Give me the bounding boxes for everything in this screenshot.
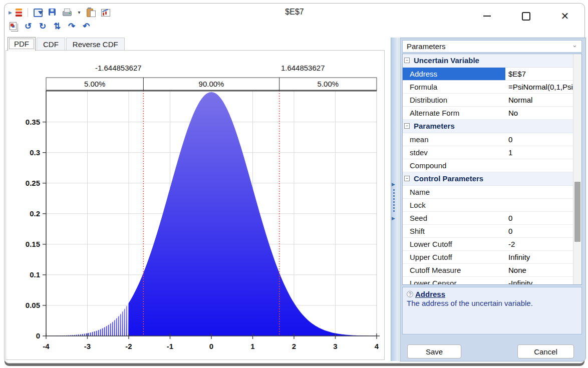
collapse-arrow-icon[interactable]: ▶ <box>9 10 12 15</box>
svg-text:-1: -1 <box>167 342 173 350</box>
property-row-address[interactable]: Address$E$7 <box>403 68 573 81</box>
property-row-lower-cutoff[interactable]: Lower Cutoff-2 <box>403 238 573 251</box>
svg-text:-2: -2 <box>125 342 132 350</box>
property-row-shift[interactable]: Shift0 <box>403 225 573 238</box>
property-label: Address <box>403 68 505 80</box>
svg-text:90.00%: 90.00% <box>199 80 224 88</box>
collapse-box-icon[interactable]: − <box>404 123 410 129</box>
report-icon[interactable] <box>33 8 43 18</box>
property-value[interactable] <box>505 186 573 198</box>
cancel-button[interactable]: Cancel <box>517 344 574 358</box>
property-value[interactable]: 0 <box>505 225 573 237</box>
tab-cdf[interactable]: CDF <box>37 38 65 51</box>
property-row-formula[interactable]: Formula=PsiNormal(0,1,Psi... <box>403 81 573 94</box>
description-text: The address of the uncertain variable. <box>407 299 577 307</box>
property-row-lock[interactable]: Lock <box>403 199 573 212</box>
chevron-down-icon: ⌄ <box>572 41 577 49</box>
svg-text:4: 4 <box>375 342 379 350</box>
distribution-gallery-icon[interactable] <box>15 8 23 18</box>
print-icon[interactable] <box>62 8 72 18</box>
svg-text:2: 2 <box>292 342 296 350</box>
flip-right-icon[interactable]: ↻ <box>38 22 48 32</box>
parameters-panel: Parameters ⌄ −Uncertain VariableAddress$… <box>400 38 586 361</box>
property-value[interactable] <box>505 159 573 172</box>
section-control-parameters: −Control Parameters <box>403 172 573 186</box>
tab-pdf[interactable]: PDF <box>8 37 36 51</box>
parameters-dropdown[interactable]: Parameters ⌄ <box>402 40 582 53</box>
splitter-grip[interactable] <box>393 189 395 212</box>
print-caret-icon[interactable]: ▾ <box>77 8 82 18</box>
save-icon[interactable] <box>48 8 58 18</box>
save-button[interactable]: Save <box>407 344 461 358</box>
property-grid-scrollbar[interactable] <box>573 54 581 284</box>
property-label: mean <box>403 133 505 146</box>
property-value[interactable]: 0 <box>505 212 573 224</box>
splitter-arrow-icon[interactable]: ▶ <box>392 216 395 221</box>
property-row-stdev[interactable]: stdev1 <box>403 146 573 159</box>
property-value[interactable]: -Infinity <box>505 277 573 285</box>
property-row-lower-censor[interactable]: Lower Censor-Infinity <box>403 277 573 285</box>
property-row-alternate-form[interactable]: Alternate FormNo <box>403 107 573 120</box>
panel-splitter[interactable]: ▶ ▶ <box>384 38 400 361</box>
property-label: Name <box>403 186 505 198</box>
normal-pdf-chart[interactable]: 00.050.10.150.20.250.30.35-4-3-2-1012345… <box>6 51 384 359</box>
parameters-dropdown-label: Parameters <box>407 42 446 51</box>
property-label: Upper Cutoff <box>403 251 505 263</box>
property-row-cutoff-measure[interactable]: Cutoff MeasureNone <box>403 264 573 277</box>
paste-icon[interactable] <box>86 8 96 18</box>
tab-reverse-cdf[interactable]: Reverse CDF <box>66 38 125 51</box>
property-value[interactable]: $E$7 <box>505 68 573 80</box>
svg-text:0.25: 0.25 <box>26 179 40 187</box>
svg-text:0: 0 <box>36 331 40 340</box>
property-label: Compound <box>403 159 505 172</box>
rotate-icon[interactable]: ↷ <box>67 22 77 32</box>
copy-chart-icon[interactable] <box>9 22 19 32</box>
maximize-button[interactable] <box>520 11 531 22</box>
collapse-box-icon[interactable]: − <box>404 176 410 181</box>
help-icon: ? <box>407 291 413 297</box>
flip-vertical-icon[interactable]: ⇅ <box>52 22 62 32</box>
property-row-distribution[interactable]: DistributionNormal <box>403 94 573 107</box>
property-row-compound[interactable]: Compound <box>403 159 573 172</box>
close-button[interactable]: ✕ <box>559 11 570 22</box>
property-value[interactable]: =PsiNormal(0,1,Psi... <box>505 81 573 93</box>
property-value[interactable]: -2 <box>505 238 573 250</box>
property-label: Shift <box>403 225 505 237</box>
minimize-button[interactable] <box>481 11 492 22</box>
svg-text:0.05: 0.05 <box>26 301 40 309</box>
splitter-arrow-icon[interactable]: ▶ <box>392 182 395 187</box>
property-grid: −Uncertain VariableAddress$E$7Formula=Ps… <box>402 54 582 285</box>
property-label: Lock <box>403 199 505 211</box>
svg-text:0.35: 0.35 <box>26 118 40 126</box>
chart-tabs: PDFCDFReverse CDF <box>8 38 126 51</box>
property-label: stdev <box>403 146 505 159</box>
property-row-mean[interactable]: mean0 <box>403 133 573 146</box>
property-value[interactable]: None <box>505 264 573 276</box>
property-value[interactable]: 0 <box>505 133 573 146</box>
collapse-box-icon[interactable]: − <box>404 58 410 63</box>
section-uncertain-variable: −Uncertain Variable <box>403 54 573 68</box>
section-parameters: −Parameters <box>403 120 573 133</box>
svg-text:0.3: 0.3 <box>30 148 40 157</box>
scrollbar-thumb[interactable] <box>574 182 580 242</box>
svg-text:0.15: 0.15 <box>26 240 40 248</box>
property-value[interactable] <box>505 199 573 211</box>
property-row-seed[interactable]: Seed0 <box>403 212 573 225</box>
chart-icon[interactable] <box>101 8 111 18</box>
svg-text:1: 1 <box>250 342 254 350</box>
svg-text:-1.644853627: -1.644853627 <box>95 64 142 72</box>
property-value[interactable]: Infinity <box>505 251 573 263</box>
property-label: Lower Censor <box>403 277 505 285</box>
property-row-name[interactable]: Name <box>403 186 573 199</box>
undo-edit-icon[interactable]: ↶ <box>81 22 91 32</box>
property-value[interactable]: Normal <box>505 94 573 106</box>
property-label: Cutoff Measure <box>403 264 505 276</box>
distribution-dialog-window: $E$7 ✕ ▶ ▾ ↺↻⇅↷↶ PDFCDFReverse CDF 00.05… <box>4 3 585 363</box>
property-value[interactable]: No <box>505 107 573 119</box>
svg-text:5.00%: 5.00% <box>318 80 339 88</box>
property-value[interactable]: 1 <box>505 146 573 159</box>
property-row-upper-cutoff[interactable]: Upper CutoffInfinity <box>403 251 573 264</box>
screen: $E$7 ✕ ▶ ▾ ↺↻⇅↷↶ PDFCDFReverse CDF 00.05… <box>0 0 588 368</box>
flip-left-icon[interactable]: ↺ <box>23 22 33 32</box>
svg-text:0: 0 <box>209 342 213 350</box>
